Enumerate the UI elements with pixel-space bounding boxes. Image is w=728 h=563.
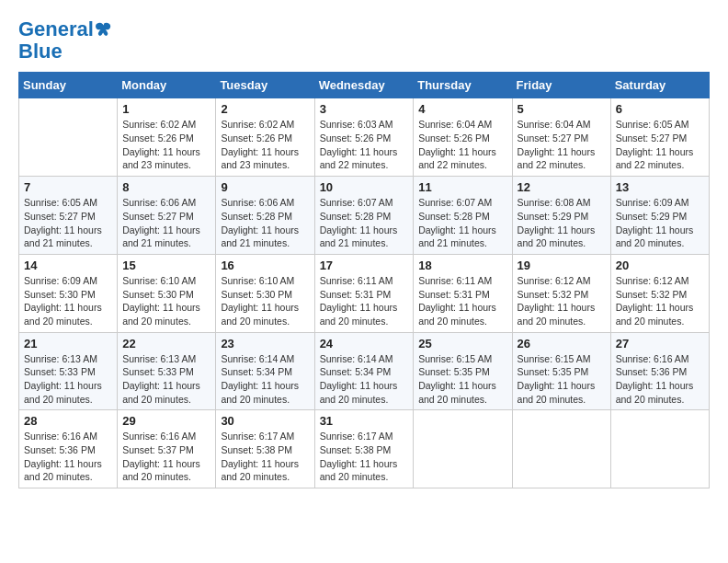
day-info: Sunrise: 6:06 AM Sunset: 5:28 PM Dayligh… — [221, 196, 309, 250]
day-number: 20 — [616, 259, 704, 272]
calendar-cell: 4Sunrise: 6:04 AM Sunset: 5:26 PM Daylig… — [414, 98, 512, 177]
day-info: Sunrise: 6:05 AM Sunset: 5:27 PM Dayligh… — [24, 196, 112, 250]
calendar-cell: 5Sunrise: 6:04 AM Sunset: 5:27 PM Daylig… — [512, 98, 610, 177]
calendar-cell: 2Sunrise: 6:02 AM Sunset: 5:26 PM Daylig… — [216, 98, 314, 177]
day-info: Sunrise: 6:08 AM Sunset: 5:29 PM Dayligh… — [518, 196, 606, 250]
day-info: Sunrise: 6:13 AM Sunset: 5:33 PM Dayligh… — [24, 352, 112, 407]
day-info: Sunrise: 6:15 AM Sunset: 5:35 PM Dayligh… — [518, 352, 606, 407]
calendar-cell: 28Sunrise: 6:16 AM Sunset: 5:36 PM Dayli… — [19, 410, 118, 488]
day-info: Sunrise: 6:09 AM Sunset: 5:29 PM Dayligh… — [616, 196, 704, 250]
day-number: 10 — [320, 180, 409, 194]
calendar-cell: 18Sunrise: 6:11 AM Sunset: 5:31 PM Dayli… — [414, 254, 512, 332]
weekday-header-monday: Monday — [118, 73, 216, 98]
calendar-cell: 30Sunrise: 6:17 AM Sunset: 5:38 PM Dayli… — [216, 410, 314, 488]
day-info: Sunrise: 6:16 AM Sunset: 5:37 PM Dayligh… — [122, 430, 210, 484]
calendar-cell: 6Sunrise: 6:05 AM Sunset: 5:27 PM Daylig… — [610, 98, 709, 177]
weekday-header-tuesday: Tuesday — [216, 73, 314, 98]
day-number: 14 — [24, 259, 112, 272]
calendar-cell: 15Sunrise: 6:10 AM Sunset: 5:30 PM Dayli… — [118, 254, 216, 332]
day-info: Sunrise: 6:11 AM Sunset: 5:31 PM Dayligh… — [320, 274, 409, 328]
calendar-cell — [414, 410, 512, 488]
calendar-cell: 17Sunrise: 6:11 AM Sunset: 5:31 PM Dayli… — [314, 254, 414, 332]
calendar-cell: 19Sunrise: 6:12 AM Sunset: 5:32 PM Dayli… — [512, 254, 610, 332]
day-number: 9 — [221, 180, 309, 194]
day-info: Sunrise: 6:02 AM Sunset: 5:26 PM Dayligh… — [221, 118, 309, 172]
day-number: 24 — [320, 337, 409, 350]
day-number: 16 — [221, 259, 309, 272]
logo-line2: Blue — [18, 40, 112, 63]
day-info: Sunrise: 6:12 AM Sunset: 5:32 PM Dayligh… — [616, 274, 704, 328]
day-number: 23 — [221, 337, 309, 350]
day-info: Sunrise: 6:13 AM Sunset: 5:33 PM Dayligh… — [122, 352, 210, 407]
day-info: Sunrise: 6:09 AM Sunset: 5:30 PM Dayligh… — [24, 274, 112, 328]
calendar-week-row: 28Sunrise: 6:16 AM Sunset: 5:36 PM Dayli… — [19, 410, 710, 488]
day-number: 27 — [616, 337, 704, 350]
calendar-cell: 20Sunrise: 6:12 AM Sunset: 5:32 PM Dayli… — [610, 254, 709, 332]
calendar-week-row: 1Sunrise: 6:02 AM Sunset: 5:26 PM Daylig… — [19, 98, 710, 177]
calendar-cell: 31Sunrise: 6:17 AM Sunset: 5:38 PM Dayli… — [314, 410, 414, 488]
day-number: 15 — [122, 259, 210, 272]
day-info: Sunrise: 6:04 AM Sunset: 5:27 PM Dayligh… — [518, 118, 606, 172]
calendar-cell: 14Sunrise: 6:09 AM Sunset: 5:30 PM Dayli… — [19, 254, 118, 332]
calendar-cell: 11Sunrise: 6:07 AM Sunset: 5:28 PM Dayli… — [414, 177, 512, 255]
day-number: 12 — [518, 180, 606, 194]
day-info: Sunrise: 6:06 AM Sunset: 5:27 PM Dayligh… — [122, 196, 210, 250]
day-info: Sunrise: 6:11 AM Sunset: 5:31 PM Dayligh… — [418, 274, 506, 328]
calendar-cell: 23Sunrise: 6:14 AM Sunset: 5:34 PM Dayli… — [216, 332, 314, 410]
day-number: 30 — [221, 414, 309, 428]
day-info: Sunrise: 6:05 AM Sunset: 5:27 PM Dayligh… — [616, 118, 704, 172]
day-info: Sunrise: 6:15 AM Sunset: 5:35 PM Dayligh… — [418, 352, 506, 407]
day-number: 1 — [122, 102, 210, 116]
calendar-cell — [610, 410, 709, 488]
calendar-cell: 10Sunrise: 6:07 AM Sunset: 5:28 PM Dayli… — [314, 177, 414, 255]
day-info: Sunrise: 6:12 AM Sunset: 5:32 PM Dayligh… — [518, 274, 606, 328]
calendar-cell — [512, 410, 610, 488]
day-number: 21 — [24, 337, 112, 350]
day-number: 11 — [418, 180, 506, 194]
day-number: 13 — [616, 180, 704, 194]
calendar-cell: 9Sunrise: 6:06 AM Sunset: 5:28 PM Daylig… — [216, 177, 314, 255]
day-number: 22 — [122, 337, 210, 350]
day-number: 19 — [518, 259, 606, 272]
calendar-cell: 1Sunrise: 6:02 AM Sunset: 5:26 PM Daylig… — [118, 98, 216, 177]
day-info: Sunrise: 6:04 AM Sunset: 5:26 PM Dayligh… — [418, 118, 506, 172]
weekday-header-saturday: Saturday — [610, 73, 709, 98]
day-number: 18 — [418, 259, 506, 272]
calendar-cell — [19, 98, 118, 177]
weekday-header-thursday: Thursday — [414, 73, 512, 98]
day-number: 4 — [418, 102, 506, 116]
day-number: 3 — [320, 102, 409, 116]
day-info: Sunrise: 6:02 AM Sunset: 5:26 PM Dayligh… — [122, 118, 210, 172]
logo-text: General — [18, 18, 94, 40]
calendar-cell: 12Sunrise: 6:08 AM Sunset: 5:29 PM Dayli… — [512, 177, 610, 255]
calendar-cell: 29Sunrise: 6:16 AM Sunset: 5:37 PM Dayli… — [118, 410, 216, 488]
calendar-week-row: 7Sunrise: 6:05 AM Sunset: 5:27 PM Daylig… — [19, 177, 710, 255]
day-info: Sunrise: 6:14 AM Sunset: 5:34 PM Dayligh… — [221, 352, 309, 407]
calendar-cell: 24Sunrise: 6:14 AM Sunset: 5:34 PM Dayli… — [314, 332, 414, 410]
day-info: Sunrise: 6:10 AM Sunset: 5:30 PM Dayligh… — [221, 274, 309, 328]
calendar-cell: 22Sunrise: 6:13 AM Sunset: 5:33 PM Dayli… — [118, 332, 216, 410]
calendar-cell: 26Sunrise: 6:15 AM Sunset: 5:35 PM Dayli… — [512, 332, 610, 410]
calendar-cell: 8Sunrise: 6:06 AM Sunset: 5:27 PM Daylig… — [118, 177, 216, 255]
day-number: 28 — [24, 414, 112, 428]
day-info: Sunrise: 6:07 AM Sunset: 5:28 PM Dayligh… — [418, 196, 506, 250]
day-number: 25 — [418, 337, 506, 350]
calendar-week-row: 14Sunrise: 6:09 AM Sunset: 5:30 PM Dayli… — [19, 254, 710, 332]
day-info: Sunrise: 6:17 AM Sunset: 5:38 PM Dayligh… — [221, 430, 309, 484]
day-number: 6 — [616, 102, 704, 116]
day-number: 26 — [518, 337, 606, 350]
calendar-cell: 3Sunrise: 6:03 AM Sunset: 5:26 PM Daylig… — [314, 98, 414, 177]
day-number: 7 — [24, 180, 112, 194]
day-info: Sunrise: 6:16 AM Sunset: 5:36 PM Dayligh… — [616, 352, 704, 407]
weekday-header-sunday: Sunday — [19, 73, 118, 98]
weekday-header-friday: Friday — [512, 73, 610, 98]
calendar-cell: 13Sunrise: 6:09 AM Sunset: 5:29 PM Dayli… — [610, 177, 709, 255]
logo-bird-icon — [96, 21, 112, 38]
day-number: 5 — [518, 102, 606, 116]
logo: General Blue — [18, 18, 112, 63]
calendar-table: SundayMondayTuesdayWednesdayThursdayFrid… — [18, 72, 710, 488]
calendar-cell: 7Sunrise: 6:05 AM Sunset: 5:27 PM Daylig… — [19, 177, 118, 255]
day-info: Sunrise: 6:07 AM Sunset: 5:28 PM Dayligh… — [320, 196, 409, 250]
day-info: Sunrise: 6:14 AM Sunset: 5:34 PM Dayligh… — [320, 352, 409, 407]
calendar-cell: 25Sunrise: 6:15 AM Sunset: 5:35 PM Dayli… — [414, 332, 512, 410]
